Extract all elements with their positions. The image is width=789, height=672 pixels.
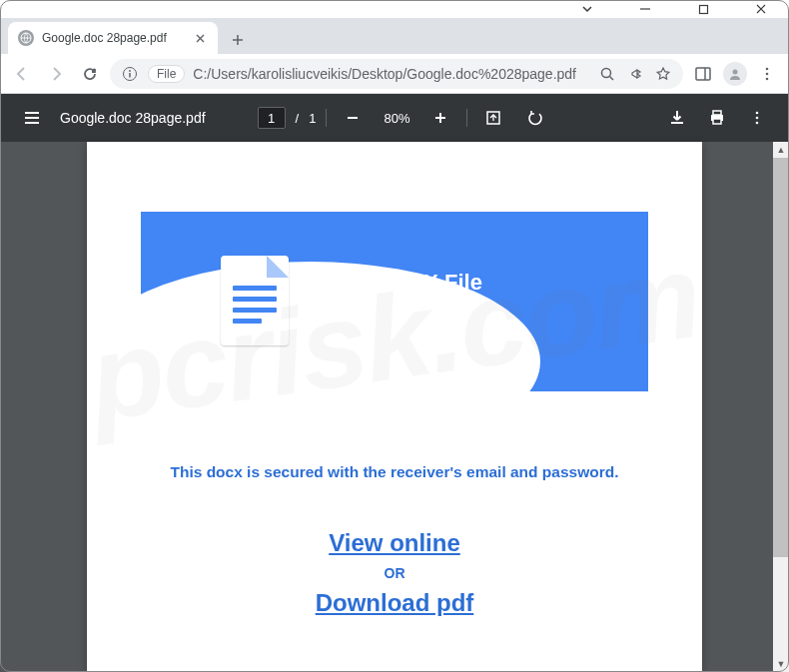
scrollbar-thumb[interactable]	[773, 158, 789, 557]
globe-icon	[18, 30, 34, 46]
window-close[interactable]	[741, 0, 781, 18]
svg-point-13	[766, 77, 769, 80]
secured-message: This docx is secured with the receiver's…	[87, 463, 702, 481]
divider	[326, 109, 327, 127]
banner-title: Open DOCX File	[313, 270, 482, 296]
window-maximize[interactable]	[683, 0, 723, 18]
pdf-kebab-icon[interactable]	[741, 102, 773, 134]
pdf-page: Open DOCX File With Google Docs This doc…	[87, 142, 702, 672]
new-tab-button[interactable]	[224, 26, 252, 54]
reload-button[interactable]	[76, 60, 104, 88]
star-icon[interactable]	[653, 64, 673, 84]
svg-point-4	[129, 70, 131, 72]
pdf-filename: Google.doc 28page.pdf	[60, 110, 206, 126]
banner-subtitle: With Google Docs	[313, 310, 482, 332]
window-caret[interactable]	[567, 0, 607, 18]
page-input[interactable]: 1	[258, 107, 286, 129]
download-pdf-link[interactable]: Download pdf	[316, 589, 474, 617]
or-text: OR	[87, 565, 702, 581]
tab-title: Google.doc 28page.pdf	[42, 31, 167, 45]
svg-point-11	[766, 67, 769, 70]
svg-rect-1	[699, 5, 707, 13]
divider	[466, 109, 467, 127]
page-separator: /	[296, 111, 300, 126]
side-panel-icon[interactable]	[689, 60, 717, 88]
file-chip: File	[148, 65, 185, 83]
pdf-viewport: Open DOCX File With Google Docs This doc…	[0, 142, 789, 672]
scroll-up-icon[interactable]: ▲	[773, 142, 789, 158]
svg-point-10	[733, 69, 738, 74]
info-icon[interactable]	[120, 64, 140, 84]
window-minimize[interactable]	[625, 0, 665, 18]
scroll-down-icon[interactable]: ▼	[773, 656, 789, 672]
url-text: C:/Users/karolisliucveikis/Desktop/Googl…	[193, 66, 589, 82]
svg-point-20	[756, 117, 759, 120]
svg-point-12	[766, 72, 769, 75]
browser-toolbar: File C:/Users/karolisliucveikis/Desktop/…	[0, 54, 789, 94]
tab-strip: Google.doc 28page.pdf	[0, 18, 789, 54]
print-icon[interactable]	[701, 102, 733, 134]
view-online-link[interactable]: View online	[329, 529, 460, 557]
browser-tab[interactable]: Google.doc 28page.pdf	[8, 22, 218, 54]
scrollbar[interactable]: ▲ ▼	[773, 142, 789, 672]
back-button[interactable]	[8, 60, 36, 88]
rotate-icon[interactable]	[519, 102, 551, 134]
kebab-menu-icon[interactable]	[753, 60, 781, 88]
page-total: 1	[309, 111, 316, 126]
svg-point-6	[602, 68, 611, 77]
forward-button[interactable]	[42, 60, 70, 88]
svg-point-21	[756, 122, 759, 125]
svg-rect-18	[713, 119, 721, 124]
share-icon[interactable]	[625, 64, 645, 84]
zoom-level: 80%	[379, 111, 414, 126]
zoom-in-button[interactable]	[424, 102, 456, 134]
svg-line-7	[610, 76, 614, 80]
tab-close-icon[interactable]	[192, 30, 208, 46]
pdf-toolbar: Google.doc 28page.pdf 1 / 1 80%	[0, 94, 789, 142]
doc-icon	[221, 256, 289, 345]
svg-rect-8	[696, 68, 710, 80]
banner: Open DOCX File With Google Docs	[141, 212, 648, 391]
hamburger-icon[interactable]	[16, 102, 48, 134]
window-titlebar	[0, 0, 789, 18]
address-bar[interactable]: File C:/Users/karolisliucveikis/Desktop/…	[110, 59, 683, 89]
svg-point-19	[756, 112, 759, 115]
svg-rect-16	[713, 111, 721, 115]
download-icon[interactable]	[661, 102, 693, 134]
fit-page-icon[interactable]	[477, 102, 509, 134]
search-icon[interactable]	[597, 64, 617, 84]
zoom-out-button[interactable]	[337, 102, 369, 134]
profile-avatar[interactable]	[723, 62, 747, 86]
